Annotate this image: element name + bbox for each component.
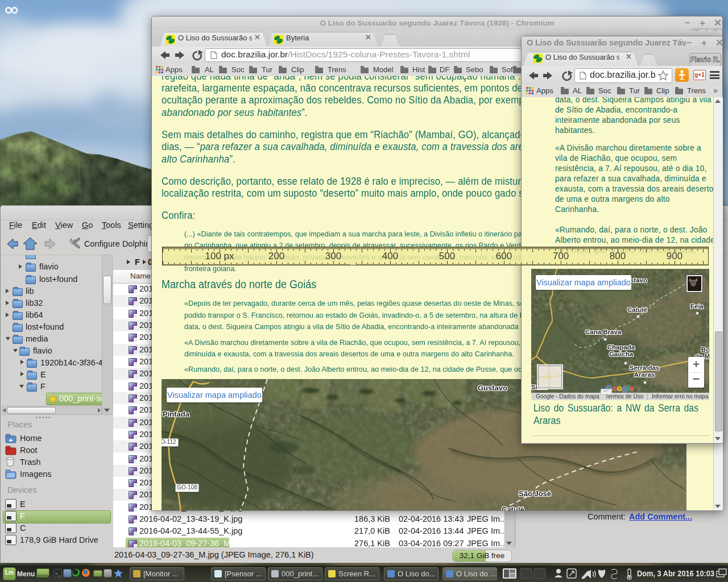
svg-text:Dom, 3 Abr 2016 10:03: Dom, 3 Abr 2016 10:03 (637, 569, 714, 578)
svg-text:300: 300 (325, 251, 341, 261)
svg-text:700: 700 (553, 251, 569, 261)
svg-text:400: 400 (382, 251, 398, 261)
svg-text:500: 500 (439, 251, 455, 261)
svg-text:200: 200 (268, 251, 284, 261)
svg-text:800: 800 (610, 251, 626, 261)
svg-text:100 px: 100 px (205, 251, 234, 261)
svg-text:900: 900 (667, 251, 682, 261)
svg-text:600: 600 (496, 251, 512, 261)
